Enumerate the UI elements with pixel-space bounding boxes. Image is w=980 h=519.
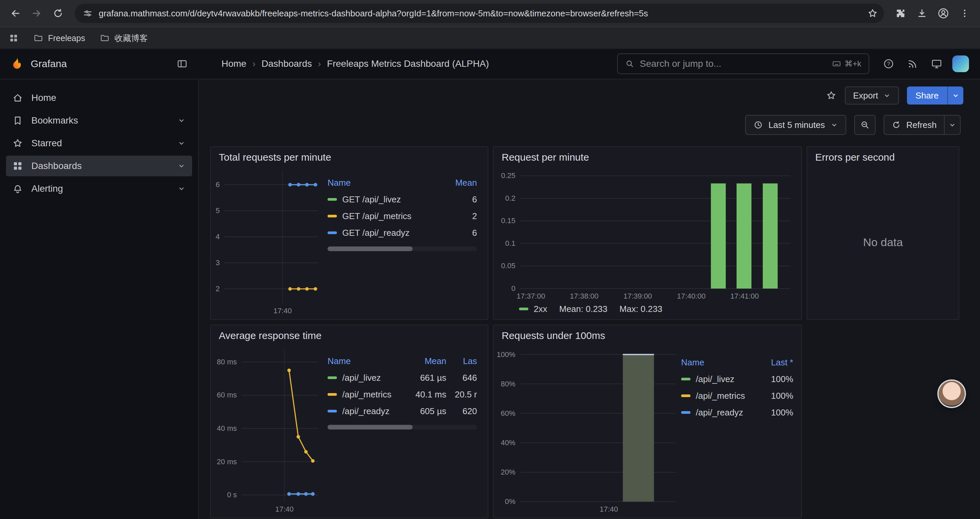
url-bar[interactable] — [75, 4, 884, 23]
refresh-interval-dropdown[interactable] — [944, 115, 960, 134]
series-label[interactable]: /api/_livez — [681, 374, 752, 385]
dashboard-main: Export Share Last 5 minutes — [199, 80, 980, 519]
avg-response-time-chart[interactable]: 80 ms60 ms40 ms20 ms0 s17:40 — [213, 343, 323, 515]
legend-col-name[interactable]: Name — [328, 178, 436, 188]
legend-col-name[interactable]: Name — [328, 356, 405, 366]
svg-text:0.1: 0.1 — [505, 239, 516, 248]
bookmark-star-icon[interactable] — [862, 3, 883, 23]
panel-legend: Name Mean Las /api/_livez 661 µs 646 /ap… — [323, 343, 482, 515]
breadcrumb-home[interactable]: Home — [221, 58, 247, 69]
site-settings-icon[interactable] — [83, 8, 93, 18]
browser-toolbar — [0, 0, 980, 27]
news-rss-icon[interactable] — [903, 54, 923, 74]
panel-title[interactable]: Average response time — [211, 325, 488, 343]
requests-per-minute-chart[interactable]: 0.250.20.150.10.05017:37:0017:38:0017:39… — [496, 165, 796, 302]
url-input[interactable] — [99, 8, 857, 19]
grafana-logo-icon — [10, 57, 24, 71]
legend-col-last[interactable]: Last * — [752, 357, 793, 368]
series-label[interactable]: /api/_metrics — [328, 390, 405, 400]
series-label[interactable]: /api/_readyz — [328, 406, 405, 417]
extensions-icon[interactable] — [891, 3, 911, 23]
legend-row: /api/_readyz 605 µs 620 — [328, 403, 477, 420]
total-requests-chart[interactable]: 6543217:40 — [213, 165, 323, 316]
series-label[interactable]: /api/_readyz — [681, 407, 752, 418]
panel-title[interactable]: Request per minute — [494, 147, 801, 165]
chevron-down-icon[interactable] — [177, 161, 186, 171]
sidebar-item-label: Dashboards — [31, 161, 82, 171]
series-label[interactable]: GET /api/_livez — [328, 194, 436, 205]
search-input[interactable] — [640, 58, 827, 69]
help-icon[interactable]: ? — [878, 54, 899, 74]
requests-under-100ms-chart[interactable]: 100%80%60%40%20%0%17:40 — [496, 343, 681, 515]
downloads-icon[interactable] — [912, 3, 932, 23]
home-icon — [12, 92, 23, 104]
legend-row: /api/_livez 100% — [681, 371, 793, 387]
user-avatar[interactable] — [951, 54, 970, 74]
legend-row: /api/_metrics 100% — [681, 387, 793, 404]
menu-kebab-icon[interactable] — [955, 3, 975, 23]
reload-icon[interactable] — [48, 3, 68, 23]
panel-title[interactable]: Total requests per minute — [211, 147, 488, 165]
legend-mean: Mean: 0.233 — [559, 304, 608, 314]
legend-scrollbar[interactable] — [328, 425, 477, 430]
folder-icon — [33, 33, 43, 43]
sidebar-item-dashboards[interactable]: Dashboards — [6, 156, 192, 176]
legend-scrollbar[interactable] — [328, 246, 477, 251]
bookmark-folder-freeleaps[interactable]: Freeleaps — [33, 33, 85, 43]
series-label[interactable]: /api/_metrics — [681, 391, 752, 401]
monitor-icon[interactable] — [927, 54, 947, 74]
sidebar-item-starred[interactable]: Starred — [6, 133, 192, 153]
svg-text:17:41:00: 17:41:00 — [730, 292, 759, 300]
bookmark-folder-blog[interactable]: 收藏博客 — [100, 33, 148, 44]
sidebar-item-alerting[interactable]: Alerting — [6, 178, 192, 199]
panel-title[interactable]: Requests under 100ms — [494, 325, 801, 343]
legend-col-last[interactable]: Las — [446, 356, 477, 366]
legend-col-mean[interactable]: Mean — [436, 178, 477, 188]
refresh-button[interactable]: Refresh — [884, 115, 961, 135]
sidebar: Home Bookmarks Starred Dashboards — [0, 80, 199, 519]
panel-average-response-time: Average response time 80 ms60 ms40 ms20 … — [210, 325, 488, 518]
series-label[interactable]: /api/_livez — [328, 373, 405, 383]
share-button[interactable]: Share — [907, 86, 963, 105]
search-box[interactable]: ⌘+k — [617, 53, 869, 74]
sidebar-collapse-icon[interactable] — [172, 54, 192, 74]
svg-text:17:40: 17:40 — [600, 505, 618, 513]
svg-text:2: 2 — [216, 284, 220, 293]
breadcrumb-dashboards[interactable]: Dashboards — [261, 58, 312, 69]
series-swatch — [328, 410, 337, 412]
profile-icon[interactable] — [933, 3, 953, 23]
sidebar-item-home[interactable]: Home — [6, 88, 192, 108]
legend-col-name[interactable]: Name — [681, 357, 752, 368]
sidebar-item-bookmarks[interactable]: Bookmarks — [6, 110, 192, 131]
legend-col-mean[interactable]: Mean — [405, 356, 446, 366]
bookmark-label: 收藏博客 — [115, 33, 148, 44]
series-label[interactable]: GET /api/_metrics — [328, 211, 436, 222]
zoom-out-button[interactable] — [854, 115, 876, 135]
back-icon[interactable] — [5, 3, 25, 23]
panel-requests-under-100ms: Requests under 100ms 100%80%60%40%20%0%1… — [493, 325, 802, 518]
grafana-brand[interactable]: Grafana — [10, 57, 67, 71]
series-swatch — [681, 394, 690, 397]
share-dropdown-icon[interactable] — [947, 86, 963, 105]
export-button[interactable]: Export — [845, 86, 899, 105]
panel-title[interactable]: Errors per second — [807, 147, 959, 165]
svg-text:20%: 20% — [501, 468, 515, 476]
series-label[interactable]: 2xx — [534, 304, 547, 314]
time-range-picker[interactable]: Last 5 minutes — [745, 115, 846, 135]
favorite-star-icon[interactable] — [826, 90, 837, 101]
svg-text:5: 5 — [216, 206, 220, 215]
scrollbar-thumb[interactable] — [328, 246, 413, 251]
forward-icon[interactable] — [27, 3, 47, 23]
chevron-down-icon[interactable] — [177, 139, 186, 148]
apps-grid-icon[interactable] — [9, 33, 19, 43]
floating-assistant-avatar[interactable] — [939, 381, 965, 407]
series-label[interactable]: GET /api/_readyz — [328, 228, 436, 238]
dashboard-actions: Export Share — [199, 80, 980, 105]
svg-text:40%: 40% — [501, 439, 515, 447]
series-swatch — [681, 378, 690, 380]
chevron-down-icon[interactable] — [177, 184, 186, 193]
scrollbar-thumb[interactable] — [328, 425, 413, 430]
sidebar-item-label: Alerting — [31, 184, 63, 194]
series-swatch — [681, 411, 690, 414]
chevron-down-icon[interactable] — [177, 116, 186, 125]
